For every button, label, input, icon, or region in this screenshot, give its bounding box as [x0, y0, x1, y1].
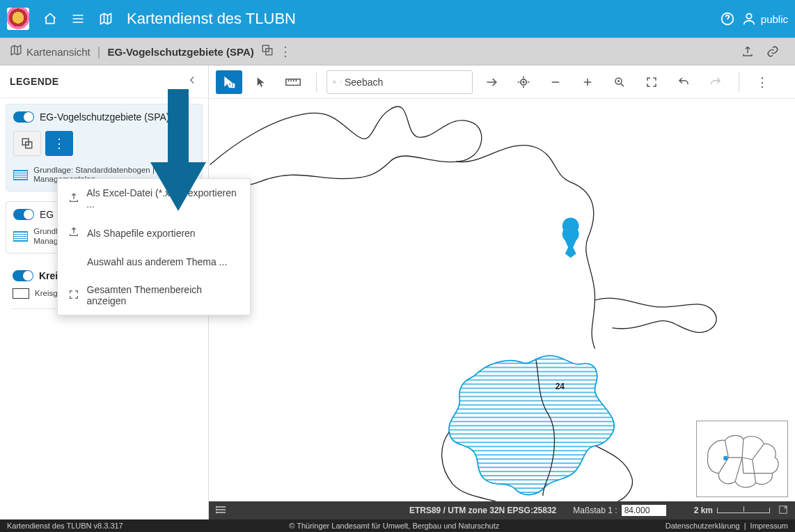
imprint-link[interactable]: Impressum [750, 522, 788, 530]
zoom-in-button[interactable] [574, 70, 601, 94]
undo-button[interactable] [670, 70, 697, 94]
status-bar: ETRS89 / UTM zone 32N EPSG:25832 Maßstab… [209, 501, 795, 519]
collapse-sidebar-icon[interactable] [186, 74, 198, 89]
footer: Kartendienst des TLUBN v8.3.317 © Thürin… [0, 519, 795, 532]
breadcrumb-bar: Kartenansicht | EG-Vogelschutzgebiete (S… [0, 38, 795, 65]
user-menu[interactable]: public [741, 11, 788, 26]
breadcrumb-root[interactable]: Kartenansicht [26, 46, 90, 58]
crest-logo [7, 8, 29, 30]
svg-rect-14 [723, 456, 727, 460]
scalebar [717, 508, 770, 513]
overview-map[interactable] [696, 421, 788, 497]
search-go-button[interactable] [478, 70, 505, 94]
layer-overlay-button[interactable] [13, 131, 41, 156]
locate-button[interactable] [510, 70, 537, 94]
breadcrumb-sep: | [97, 45, 101, 59]
export-icon [68, 226, 80, 240]
layer-more-button[interactable]: ⋮ [45, 131, 73, 156]
ctx-select-from-topic[interactable]: Auswahl aus anderem Thema ... [58, 248, 250, 276]
svg-text:i: i [232, 82, 233, 87]
ctx-export-excel[interactable]: Als Excel-Datei (*.xlsx) exportieren ... [58, 179, 250, 218]
version-label: Kartendienst des TLUBN v8.3.317 [7, 522, 123, 530]
search-box[interactable] [326, 70, 473, 94]
scalebar-label: 2 km [694, 506, 713, 515]
export-icon[interactable] [735, 39, 760, 64]
crs-label: ETRS89 / UTM zone 32N EPSG:25832 [409, 506, 556, 515]
svg-point-16 [216, 509, 217, 510]
app-header: Kartendienst des TLUBN public [0, 0, 795, 38]
ctx-export-shapefile[interactable]: Als Shapefile exportieren [58, 218, 250, 248]
menu-icon[interactable] [64, 5, 92, 33]
chevron-down-icon[interactable] [340, 79, 342, 86]
svg-point-11 [523, 81, 524, 83]
ctx-show-full-extent[interactable]: Gesamten Themenbereich anzeigen [58, 276, 250, 315]
layer-name-label: EG [40, 209, 54, 220]
info-cursor-button[interactable]: i [216, 70, 242, 94]
fullextent-button[interactable] [638, 70, 665, 94]
help-icon[interactable] [714, 5, 741, 33]
scale-input[interactable] [622, 505, 666, 516]
legend-swatch-hatched [13, 170, 28, 180]
app-title: Kartendienst des TLUBN [127, 10, 296, 28]
layer-toggle[interactable] [13, 209, 34, 220]
map-toolbar: i [209, 65, 795, 99]
map-area: i [209, 65, 795, 519]
home-icon[interactable] [36, 5, 64, 33]
svg-point-17 [216, 512, 217, 513]
ctx-label: Gesamten Themenbereich anzeigen [87, 284, 240, 306]
link-icon[interactable] [760, 39, 785, 64]
list-toggle-icon[interactable] [216, 506, 227, 516]
fullextent-icon [68, 289, 80, 302]
zoom-out-button[interactable] [542, 70, 569, 94]
map-outline-icon [10, 44, 22, 59]
ctx-label: Als Excel-Datei (*.xlsx) exportieren ... [86, 187, 240, 210]
cursor-button[interactable] [248, 70, 274, 94]
layer-more-icon[interactable]: ⋮ [279, 44, 292, 59]
layer-toggle[interactable] [13, 270, 33, 281]
ctx-label: Als Shapefile exportieren [87, 228, 196, 239]
privacy-link[interactable]: Datenschutzerklärung [666, 522, 740, 530]
scale-prefix: Maßstab 1 : [573, 506, 617, 515]
svg-point-15 [216, 506, 217, 507]
zoom-rect-button[interactable] [606, 70, 633, 94]
ctx-label: Auswahl aus anderem Thema ... [87, 256, 227, 267]
svg-point-1 [746, 14, 751, 19]
search-icon [333, 77, 337, 88]
legend-swatch-outline [13, 288, 29, 299]
layer-overlay-icon[interactable] [261, 44, 274, 59]
layer-context-menu: Als Excel-Datei (*.xlsx) exportieren ...… [57, 178, 251, 315]
svg-point-9 [333, 81, 336, 83]
map-icon[interactable] [92, 5, 120, 33]
legend-swatch-hatched [13, 231, 28, 242]
toolbar-more-button[interactable]: ⋮ [749, 70, 776, 94]
redo-button[interactable] [702, 70, 729, 94]
layer-name-label: EG-Vogelschutzgebiete (SPA) [40, 111, 170, 123]
pin-marker-icon[interactable] [562, 217, 579, 258]
svg-point-13 [562, 226, 579, 242]
feature-label: 24 [556, 382, 565, 391]
measure-button[interactable] [280, 70, 306, 94]
export-icon [68, 192, 79, 205]
breadcrumb-layer: EG-Vogelschutzgebiete (SPA) [107, 46, 253, 58]
layer-toggle[interactable] [13, 111, 34, 123]
copyright-label: © Thüringer Landesamt für Umwelt, Bergba… [289, 522, 499, 530]
user-label: public [761, 13, 788, 25]
expand-status-icon[interactable] [778, 505, 788, 517]
legend-title: LEGENDE [10, 76, 58, 87]
search-input[interactable] [345, 77, 466, 88]
